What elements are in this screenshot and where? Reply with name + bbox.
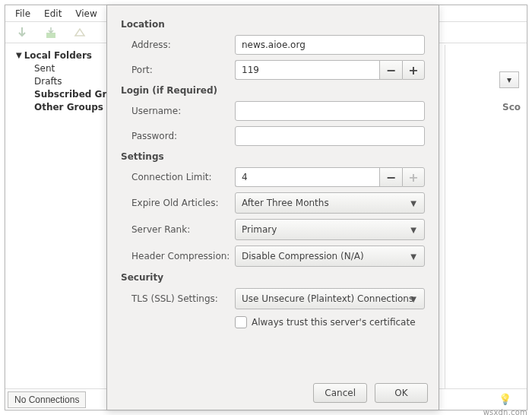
compression-combo[interactable]: Disable Compression (N/A) ▼ [235, 246, 425, 267]
server-settings-dialog: Location Address: Port: − + Login (if Re… [106, 5, 439, 410]
chevron-down-icon: ▼ [410, 252, 416, 261]
right-pane: ▾ Sco [445, 45, 527, 388]
toolbar-icon-1[interactable] [14, 25, 30, 40]
watermark: wsxdn.com [483, 408, 527, 415]
section-security: Security [121, 272, 425, 283]
label-port: Port: [131, 65, 235, 75]
label-username: Username: [131, 106, 235, 116]
trust-cert-checkbox[interactable] [235, 316, 247, 328]
section-settings: Settings [121, 151, 425, 162]
toolbar-icon-3[interactable] [72, 25, 87, 40]
section-login: Login (if Required) [121, 85, 425, 96]
password-input[interactable] [235, 126, 425, 146]
compression-value: Disable Compression (N/A) [242, 251, 364, 261]
port-increment[interactable]: + [402, 60, 425, 80]
tree-root-label: Local Folders [24, 49, 92, 62]
chevron-down-icon: ▼ [410, 295, 416, 303]
expire-value: After Three Months [242, 198, 329, 208]
lightbulb-icon[interactable]: 💡 [499, 393, 511, 405]
trust-cert-row[interactable]: Always trust this server's certificate [235, 316, 425, 328]
connections-button[interactable]: No Connections [8, 391, 86, 408]
tree-root[interactable]: ▼ Local Folders [10, 49, 109, 62]
tls-value: Use Unsecure (Plaintext) Connections [242, 293, 413, 304]
menu-file[interactable]: File [8, 7, 37, 21]
label-compression: Header Compression: [131, 251, 235, 261]
expire-combo[interactable]: After Three Months ▼ [235, 192, 425, 214]
port-decrement[interactable]: − [379, 60, 402, 80]
tree-item-other[interactable]: Other Groups [10, 101, 109, 114]
tree-item-subscribed[interactable]: Subscribed Gr [10, 88, 109, 101]
username-input[interactable] [235, 101, 425, 121]
chevron-down-icon: ▼ [410, 226, 416, 234]
folder-tree: ▼ Local Folders Sent Drafts Subscribed G… [5, 45, 112, 388]
label-connlimit: Connection Limit: [131, 172, 235, 182]
label-password: Password: [131, 131, 235, 141]
rank-combo[interactable]: Primary ▼ [235, 219, 425, 240]
port-input[interactable] [235, 60, 379, 80]
chevron-down-icon: ▼ [410, 199, 416, 208]
address-input[interactable] [235, 35, 425, 55]
expand-arrow-icon[interactable]: ▼ [16, 49, 22, 62]
tls-combo[interactable]: Use Unsecure (Plaintext) Connections ▼ [235, 288, 425, 309]
label-expire: Expire Old Articles: [131, 198, 235, 208]
label-address: Address: [131, 40, 235, 50]
column-header-score[interactable]: Sco [502, 102, 521, 112]
ok-button[interactable]: OK [375, 383, 428, 403]
cancel-button[interactable]: Cancel [313, 383, 367, 403]
connlimit-increment[interactable]: + [402, 167, 425, 187]
dialog-body: Location Address: Port: − + Login (if Re… [107, 5, 439, 376]
label-tls: TLS (SSL) Settings: [131, 293, 235, 304]
right-dropdown[interactable]: ▾ [499, 71, 519, 88]
section-location: Location [121, 19, 425, 30]
label-rank: Server Rank: [131, 224, 235, 235]
tree-item-sent[interactable]: Sent [10, 62, 109, 75]
menu-view[interactable]: View [68, 7, 103, 21]
connlimit-decrement[interactable]: − [379, 167, 402, 187]
rank-value: Primary [242, 224, 277, 235]
chevron-down-icon: ▾ [507, 74, 511, 85]
trust-cert-label: Always trust this server's certificate [252, 317, 416, 328]
tree-item-drafts[interactable]: Drafts [10, 75, 109, 88]
menu-edit[interactable]: Edit [37, 7, 68, 21]
toolbar-icon-2[interactable] [43, 25, 59, 40]
connlimit-input[interactable] [235, 167, 379, 187]
dialog-actions: Cancel OK [107, 376, 439, 410]
